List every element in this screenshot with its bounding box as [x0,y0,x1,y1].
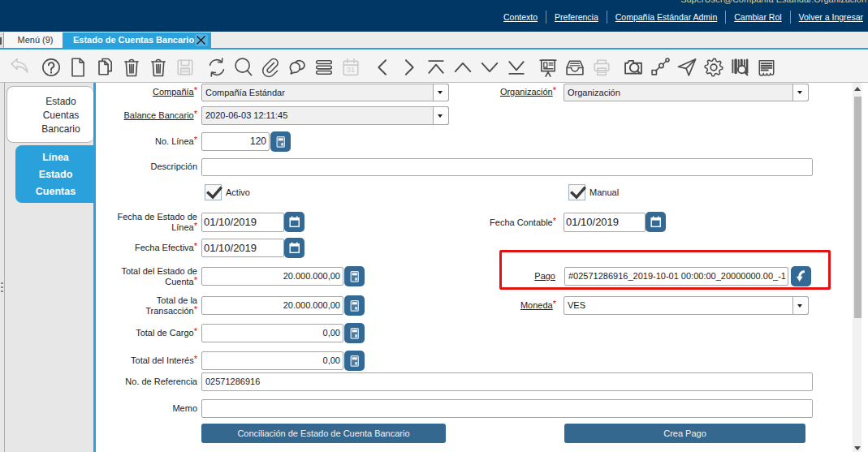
svg-text:31: 31 [347,66,355,74]
